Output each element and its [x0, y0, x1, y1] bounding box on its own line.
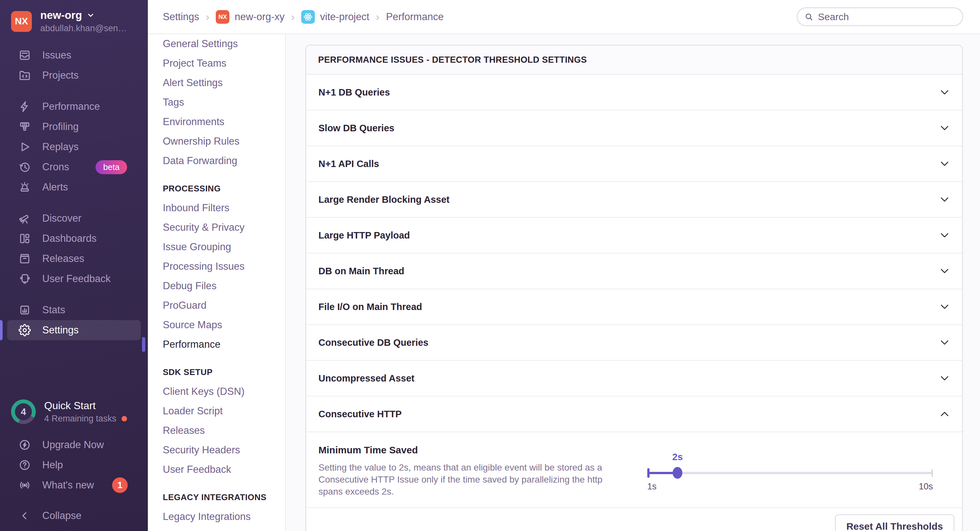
upgrade-icon — [18, 439, 31, 452]
subnav-item-inbound-filters[interactable]: Inbound Filters — [163, 198, 285, 218]
subnav-item-project-teams[interactable]: Project Teams — [163, 54, 285, 73]
subnav-item-releases[interactable]: Releases — [163, 421, 285, 440]
slider-track[interactable] — [647, 472, 933, 474]
sidebar-item-releases[interactable]: Releases — [0, 249, 148, 269]
row-consecutive-db-queries[interactable]: Consecutive DB Queries — [306, 325, 962, 361]
sidebar-item-help[interactable]: Help — [0, 455, 148, 475]
chevron-down-icon — [939, 124, 950, 132]
profiling-icon — [18, 120, 31, 133]
subnav-item-environments[interactable]: Environments — [163, 112, 285, 132]
row-file-io-on-main-thread[interactable]: File I/O on Main Thread — [306, 289, 962, 325]
main-sidebar: NX new-org abdullah.khan@sen… Issues Pro… — [0, 0, 148, 531]
breadcrumb-project[interactable]: vite-project — [301, 10, 369, 24]
sidebar-item-issues[interactable]: Issues — [0, 45, 148, 65]
issues-icon — [18, 49, 31, 62]
subnav-item-client-keys[interactable]: Client Keys (DSN) — [163, 382, 285, 401]
subnav-item-proguard[interactable]: ProGuard — [163, 296, 285, 315]
sidebar-bottom: 4 Quick Start 4 Remaining tasks Upgrade … — [0, 399, 148, 526]
subnav-item-issue-grouping[interactable]: Issue Grouping — [163, 237, 285, 257]
broadcast-icon — [18, 479, 31, 492]
subnav-item-security-privacy[interactable]: Security & Privacy — [163, 218, 285, 237]
chevron-down-icon — [939, 267, 950, 275]
org-email: abdullah.khan@sen… — [40, 24, 127, 33]
search-icon — [805, 12, 813, 22]
chevron-down-icon — [939, 375, 950, 382]
sidebar-item-discover[interactable]: Discover — [0, 208, 148, 229]
projects-icon — [18, 69, 31, 82]
subnav-section-sdk-setup: SDK SETUP — [163, 362, 285, 382]
subnav-item-tags[interactable]: Tags — [163, 92, 285, 112]
quick-start-count: 4 — [15, 403, 32, 420]
subnav-item-loader-script[interactable]: Loader Script — [163, 401, 285, 421]
subnav-item-ownership-rules[interactable]: Ownership Rules — [163, 132, 285, 151]
search-input[interactable] — [818, 11, 955, 22]
org-info: new-org abdullah.khan@sen… — [40, 9, 127, 33]
sidebar-item-label: Performance — [42, 101, 100, 113]
subnav-item-processing-issues[interactable]: Processing Issues — [163, 257, 285, 276]
sidebar-item-stats[interactable]: Stats — [0, 300, 148, 320]
sidebar-item-label: Alerts — [42, 181, 68, 193]
chevron-down-icon — [86, 11, 95, 19]
org-name: new-org — [40, 9, 82, 21]
top-header: Settings › NX new-org-xy › vite-project … — [148, 0, 980, 34]
slider-end-cap — [932, 469, 933, 477]
sidebar-item-user-feedback[interactable]: User Feedback — [0, 269, 148, 289]
sidebar-item-label: Stats — [42, 304, 65, 316]
subnav-item-general-settings[interactable]: General Settings — [163, 34, 285, 54]
sidebar-item-label: Issues — [42, 49, 72, 61]
org-crumb-avatar: NX — [216, 10, 229, 24]
row-db-on-main-thread[interactable]: DB on Main Thread — [306, 253, 962, 289]
subnav-item-alert-settings[interactable]: Alert Settings — [163, 73, 285, 92]
settings-subnav: General Settings Project Teams Alert Set… — [148, 34, 286, 531]
panel-footer: Reset All Thresholds — [306, 508, 962, 531]
sidebar-item-crons[interactable]: Crons beta — [0, 157, 148, 177]
row-n1-db-queries[interactable]: N+1 DB Queries — [306, 75, 962, 110]
org-switcher[interactable]: NX new-org abdullah.khan@sen… — [0, 9, 148, 33]
subnav-item-security-headers[interactable]: Security Headers — [163, 440, 285, 460]
sidebar-item-whats-new[interactable]: What's new 1 — [0, 475, 148, 495]
subnav-item-debug-files[interactable]: Debug Files — [163, 276, 285, 296]
breadcrumb-organization[interactable]: NX new-org-xy — [216, 10, 284, 24]
sidebar-item-dashboards[interactable]: Dashboards — [0, 229, 148, 249]
sidebar-item-upgrade-now[interactable]: Upgrade Now — [0, 435, 148, 455]
sidebar-item-label: What's new — [42, 479, 94, 491]
performance-icon — [18, 100, 31, 113]
breadcrumb-org-label: new-org-xy — [235, 11, 284, 23]
quick-start-title: Quick Start — [44, 400, 127, 412]
sidebar-item-replays[interactable]: Replays — [0, 137, 148, 157]
sidebar-item-label: Crons — [42, 161, 69, 173]
sidebar-item-profiling[interactable]: Profiling — [0, 117, 148, 137]
sidebar-item-performance[interactable]: Performance — [0, 97, 148, 117]
subnav-item-data-forwarding[interactable]: Data Forwarding — [163, 151, 285, 171]
nav-group-2: Performance Profiling Replays Crons beta — [0, 97, 148, 197]
sidebar-nav: Issues Projects Performance Profiling — [0, 45, 148, 340]
quick-start[interactable]: 4 Quick Start 4 Remaining tasks — [0, 399, 148, 424]
subnav-item-user-feedback[interactable]: User Feedback — [163, 460, 285, 479]
search-box[interactable] — [797, 8, 963, 26]
main-content: PERFORMANCE ISSUES - DETECTOR THRESHOLD … — [286, 34, 980, 531]
row-slow-db-queries[interactable]: Slow DB Queries — [306, 110, 962, 146]
subnav-item-performance[interactable]: Performance — [163, 335, 285, 354]
sidebar-item-label: Replays — [42, 141, 79, 153]
subnav-item-legacy-integrations[interactable]: Legacy Integrations — [163, 507, 285, 526]
chevron-down-icon — [939, 339, 950, 346]
threshold-settings-panel: PERFORMANCE ISSUES - DETECTOR THRESHOLD … — [305, 45, 963, 531]
row-n1-api-calls[interactable]: N+1 API Calls — [306, 146, 962, 182]
releases-icon — [18, 252, 31, 265]
sidebar-item-alerts[interactable]: Alerts — [0, 177, 148, 197]
sidebar-collapse-button[interactable]: Collapse — [0, 506, 148, 526]
row-large-http-payload[interactable]: Large HTTP Payload — [306, 218, 962, 253]
sidebar-item-label: Profiling — [42, 121, 79, 133]
subnav-item-source-maps[interactable]: Source Maps — [163, 315, 285, 335]
sidebar-item-projects[interactable]: Projects — [0, 65, 148, 86]
chevron-down-icon — [939, 303, 950, 310]
react-platform-icon — [301, 10, 315, 24]
slider-handle[interactable] — [673, 467, 682, 479]
row-consecutive-http[interactable]: Consecutive HTTP — [306, 396, 962, 432]
sidebar-item-settings[interactable]: Settings — [7, 320, 141, 340]
sidebar-item-label: Dashboards — [42, 233, 97, 244]
reset-all-thresholds-button[interactable]: Reset All Thresholds — [835, 514, 955, 531]
breadcrumb-settings[interactable]: Settings — [163, 11, 199, 23]
row-large-render-blocking-asset[interactable]: Large Render Blocking Asset — [306, 182, 962, 218]
row-uncompressed-asset[interactable]: Uncompressed Asset — [306, 361, 962, 396]
